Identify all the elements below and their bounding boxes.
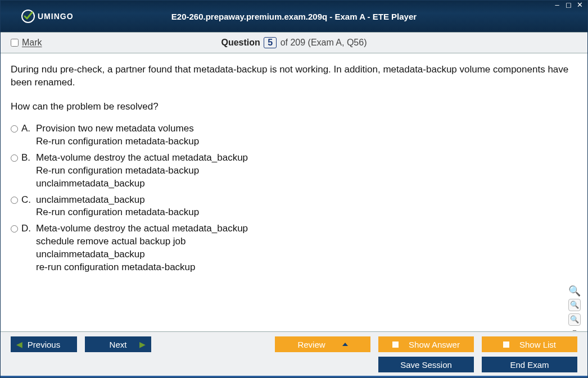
mark-checkbox-wrap[interactable]: Mark — [11, 38, 42, 48]
mark-checkbox[interactable] — [11, 39, 19, 47]
question-stem: During ndu pre-check, a partner found th… — [11, 63, 578, 89]
window-controls: – ◻ ✕ — [553, 2, 584, 10]
maximize-icon[interactable]: ◻ — [564, 2, 573, 10]
show-answer-label: Show Answer — [409, 340, 460, 349]
option-row[interactable]: B.Meta-volume destroy the actual metadat… — [11, 152, 578, 190]
window-title: E20-260.prepaway.premium.exam.209q - Exa… — [1, 12, 587, 21]
chevron-left-icon: ◀ — [16, 340, 22, 349]
question-total: of 209 (Exam A, Q56) — [281, 38, 367, 47]
question-prompt: How can the problem be resolved? — [11, 101, 578, 113]
show-list-button[interactable]: Show List — [482, 336, 577, 352]
question-word: Question — [221, 38, 260, 47]
info-bar: Mark Question 5 of 209 (Exam A, Q56) — [1, 32, 587, 53]
brand-logo: UMINGO — [21, 9, 74, 24]
zoom-in-icon[interactable]: 🔍+ — [568, 299, 581, 311]
close-icon[interactable]: ✕ — [575, 2, 584, 10]
option-text: unclaimmetadata_backup Re-run configurat… — [36, 194, 199, 220]
save-session-label: Save Session — [400, 360, 452, 370]
option-letter: D. — [21, 222, 33, 235]
show-list-label: Show List — [519, 340, 556, 349]
search-icon[interactable]: 🔍 — [568, 284, 581, 297]
next-button[interactable]: Next ▶ — [85, 336, 151, 352]
review-label: Review — [297, 340, 325, 349]
zoom-tools: 🔍 🔍+ 🔍− — [568, 284, 581, 326]
option-radio[interactable] — [11, 225, 18, 233]
show-answer-button[interactable]: Show Answer — [378, 336, 474, 352]
option-letter: C. — [21, 194, 33, 207]
minimize-icon[interactable]: – — [553, 2, 562, 10]
title-bar: UMINGO E20-260.prepaway.premium.exam.209… — [1, 1, 587, 32]
chevron-right-icon: ▶ — [139, 340, 146, 349]
end-exam-button[interactable]: End Exam — [482, 357, 577, 372]
question-number: 5 — [264, 37, 277, 48]
option-text: Meta-volume destroy the actual metadata_… — [36, 152, 248, 190]
review-button[interactable]: Review — [275, 336, 370, 352]
previous-label: Previous — [28, 340, 60, 349]
save-session-button[interactable]: Save Session — [378, 357, 474, 372]
footer: ◀ Previous Next ▶ Review Show Answer Sho… — [1, 331, 587, 376]
option-radio[interactable] — [11, 197, 18, 204]
options-list: A.Provision two new metadata volumes Re-… — [11, 122, 578, 274]
option-row[interactable]: A.Provision two new metadata volumes Re-… — [11, 122, 578, 148]
option-row[interactable]: C.unclaimmetadata_backup Re-run configur… — [11, 194, 578, 220]
checkmark-icon — [21, 9, 35, 24]
end-exam-label: End Exam — [510, 360, 549, 370]
bottom-accent — [1, 376, 587, 377]
mark-label: Mark — [22, 38, 42, 48]
option-radio[interactable] — [11, 154, 18, 162]
option-letter: A. — [21, 122, 33, 135]
brand-text: UMINGO — [38, 12, 74, 21]
option-row[interactable]: D.Meta-volume destroy the actual metadat… — [11, 222, 578, 274]
option-text: Provision two new metadata volumes Re-ru… — [36, 122, 199, 148]
previous-button[interactable]: ◀ Previous — [11, 336, 77, 352]
square-icon — [392, 341, 399, 348]
triangle-up-icon — [342, 343, 348, 346]
option-letter: B. — [21, 152, 33, 165]
question-content: During ndu pre-check, a partner found th… — [1, 53, 587, 331]
zoom-out-icon[interactable]: 🔍− — [568, 313, 581, 326]
next-label: Next — [110, 340, 127, 349]
square-icon — [503, 341, 509, 348]
option-text: Meta-volume destroy the actual metadata_… — [36, 222, 248, 274]
option-radio[interactable] — [11, 125, 18, 133]
question-position: Question 5 of 209 (Exam A, Q56) — [1, 37, 587, 48]
